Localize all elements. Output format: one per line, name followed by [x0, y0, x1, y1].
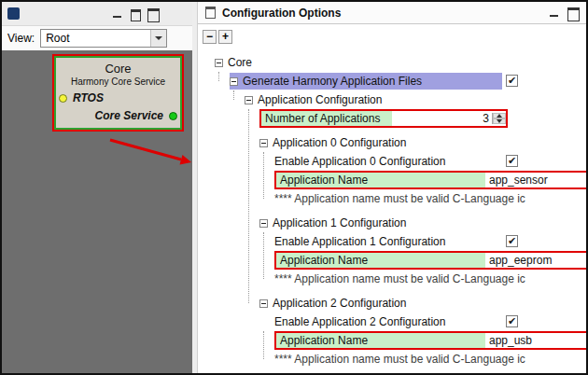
- float-window-icon[interactable]: [130, 8, 141, 19]
- number-of-applications-value[interactable]: 3: [483, 112, 492, 125]
- application-2-name-field: Application Name app_usb: [274, 331, 586, 350]
- enable-application-2-label: Enable Application 2 Configuration: [274, 315, 445, 328]
- selected-row-highlight: Generate Harmony Application Files: [230, 73, 502, 90]
- application-2-name-value[interactable]: app_usb: [489, 334, 532, 347]
- graph-canvas[interactable]: Core Harmony Core Service RTOS Core Serv…: [2, 50, 192, 373]
- application-name-label: Application Name: [276, 173, 485, 188]
- enable-application-0-checkbox[interactable]: [506, 155, 518, 167]
- maximize-icon[interactable]: [147, 8, 159, 19]
- graph-panel: View: Root Core Harmony Core Service RTO…: [2, 2, 192, 373]
- collapse-toggle-icon[interactable]: [259, 299, 268, 308]
- collapse-toggle-icon[interactable]: [259, 219, 268, 228]
- application-1-name-value[interactable]: app_eeprom: [489, 254, 552, 267]
- panel-title: Configuration Options: [222, 7, 341, 20]
- application-2-note: **** Application name must be valid C-La…: [274, 353, 525, 366]
- generate-files-checkbox[interactable]: [506, 75, 518, 87]
- panel-window-icon: [7, 7, 20, 20]
- application-0-note-row: **** Application name must be valid C-La…: [198, 189, 586, 208]
- application-0-name-row: Application Name app_sensor: [198, 171, 586, 189]
- number-of-applications-input[interactable]: 3: [392, 111, 506, 126]
- selection-arrow: [2, 50, 192, 373]
- minimize-icon[interactable]: [112, 8, 123, 19]
- view-row: View: Root: [2, 26, 192, 50]
- tree-node-application-1: Application 1 Configuration: [198, 214, 586, 232]
- application-2-name-row: Application Name app_usb: [198, 331, 586, 350]
- tree-toolbar: − +: [198, 24, 586, 49]
- collapse-toggle-icon[interactable]: [215, 59, 223, 67]
- enable-application-0-row: Enable Application 0 Configuration: [198, 152, 586, 171]
- chevron-down-icon[interactable]: [150, 30, 166, 47]
- application-2-section-label: Application 2 Configuration: [273, 297, 406, 310]
- application-name-label: Application Name: [276, 253, 485, 268]
- number-of-applications-row: Number of Applications 3: [198, 109, 586, 128]
- tree-node-application-0: Application 0 Configuration: [198, 133, 586, 152]
- application-0-section-label: Application 0 Configuration: [273, 136, 406, 149]
- enable-application-1-label: Enable Application 1 Configuration: [274, 235, 445, 248]
- generate-files-label: Generate Harmony Application Files: [243, 75, 422, 88]
- maximize-icon[interactable]: [567, 7, 579, 18]
- application-0-note: **** Application name must be valid C-La…: [274, 192, 525, 205]
- enable-application-1-row: Enable Application 1 Configuration: [198, 232, 586, 251]
- minimize-icon[interactable]: [549, 7, 560, 18]
- enable-application-1-checkbox[interactable]: [506, 235, 518, 247]
- expand-all-button[interactable]: +: [218, 30, 232, 44]
- tree-node-core-label: Core: [228, 56, 252, 69]
- enable-application-2-checkbox[interactable]: [506, 315, 518, 327]
- collapse-all-button[interactable]: −: [203, 30, 217, 44]
- application-1-section-label: Application 1 Configuration: [273, 216, 406, 229]
- application-0-name-input[interactable]: app_sensor: [485, 173, 586, 188]
- spinner-down-button[interactable]: [493, 118, 506, 124]
- collapse-toggle-icon[interactable]: [245, 96, 253, 104]
- mhc-window: View: Root Core Harmony Core Service RTO…: [0, 0, 588, 375]
- tree-node-application-2: Application 2 Configuration: [198, 294, 586, 312]
- application-1-name-input[interactable]: app_eeprom: [485, 253, 586, 268]
- tree-node-application-configuration: Application Configuration: [198, 90, 586, 109]
- enable-application-2-row: Enable Application 2 Configuration: [198, 312, 586, 331]
- application-1-note-row: **** Application name must be valid C-La…: [198, 270, 586, 288]
- configuration-tree: Core Generate Harmony Application Files …: [198, 49, 586, 373]
- tree-node-generate-files[interactable]: Generate Harmony Application Files: [198, 72, 586, 90]
- number-of-applications-label: Number of Applications: [261, 111, 392, 126]
- application-1-note: **** Application name must be valid C-La…: [274, 272, 525, 285]
- tree-node-core: Core: [198, 53, 586, 72]
- application-1-name-field: Application Name app_eeprom: [274, 251, 586, 270]
- application-1-name-row: Application Name app_eeprom: [198, 251, 586, 270]
- application-0-name-field: Application Name app_sensor: [274, 171, 586, 189]
- application-2-note-row: **** Application name must be valid C-La…: [198, 350, 586, 368]
- number-of-applications-field: Number of Applications 3: [259, 109, 508, 128]
- panel-doc-icon: [205, 7, 216, 19]
- application-configuration-label: Application Configuration: [258, 93, 382, 106]
- application-2-name-input[interactable]: app_usb: [485, 333, 586, 348]
- number-of-applications-spinner: [492, 113, 506, 124]
- application-0-name-value[interactable]: app_sensor: [489, 174, 548, 187]
- view-label: View:: [7, 32, 35, 45]
- configuration-options-titlebar: Configuration Options: [198, 2, 586, 24]
- application-name-label: Application Name: [276, 333, 485, 348]
- configuration-options-panel: Configuration Options − + Core: [198, 2, 586, 373]
- collapse-toggle-icon[interactable]: [259, 139, 268, 147]
- view-select[interactable]: Root: [40, 29, 167, 48]
- collapse-toggle-icon[interactable]: [230, 77, 238, 86]
- view-select-value: Root: [46, 32, 69, 45]
- graph-panel-titlebar: [2, 2, 192, 26]
- enable-application-0-label: Enable Application 0 Configuration: [274, 155, 445, 168]
